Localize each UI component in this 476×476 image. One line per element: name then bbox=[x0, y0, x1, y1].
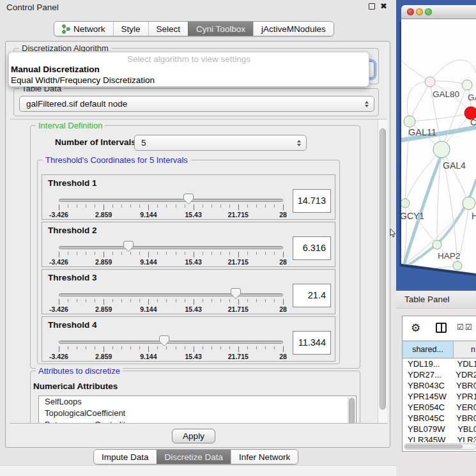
tab-select[interactable]: Select bbox=[148, 22, 188, 36]
slider-thumb[interactable] bbox=[159, 335, 169, 346]
cell-shared-name[interactable]: YBR045C bbox=[403, 413, 452, 423]
slider-tick-label: 21.715 bbox=[228, 305, 249, 313]
cell-name[interactable]: YDR2 bbox=[451, 370, 476, 380]
cell-name[interactable]: YBR0 bbox=[452, 413, 476, 423]
table-row[interactable]: YBR045CYBR0 bbox=[403, 413, 476, 424]
cell-name[interactable]: YBR0 bbox=[452, 381, 476, 390]
slider-tick-label: -3.426 bbox=[49, 211, 68, 219]
tab-infer-network[interactable]: Infer Network bbox=[231, 450, 298, 464]
tab-style[interactable]: Style bbox=[113, 22, 148, 36]
network-node[interactable] bbox=[463, 197, 475, 210]
network-node-label: HAP2 bbox=[438, 251, 460, 261]
apply-button[interactable]: Apply bbox=[172, 429, 215, 443]
network-node[interactable] bbox=[453, 261, 462, 270]
network-node[interactable] bbox=[425, 77, 435, 87]
horizontal-scrollbar[interactable] bbox=[404, 443, 476, 450]
float-window-icon[interactable] bbox=[369, 3, 375, 10]
slider-tick-label: 15.43 bbox=[185, 353, 201, 360]
zoom-traffic-light[interactable] bbox=[425, 8, 432, 15]
table-row[interactable]: YBR043CYBR0 bbox=[403, 380, 476, 391]
checkbox-icon[interactable]: ☑ bbox=[457, 323, 464, 332]
network-node[interactable] bbox=[433, 240, 441, 249]
slider-tick-label: 2.859 bbox=[95, 258, 112, 266]
network-node[interactable] bbox=[433, 141, 450, 158]
cell-name[interactable]: YDL1 bbox=[452, 359, 476, 369]
gear-icon[interactable]: ⚙ bbox=[411, 321, 420, 335]
column-header-name[interactable]: n bbox=[454, 341, 476, 358]
cell-shared-name[interactable]: YBL079W bbox=[403, 424, 453, 434]
threshold-value-field[interactable]: 21.4 bbox=[293, 284, 331, 307]
network-node[interactable] bbox=[404, 116, 415, 127]
slider-tick-label: 28 bbox=[279, 211, 287, 219]
slider-thumb[interactable] bbox=[231, 288, 241, 299]
slider-tick-label: 2.859 bbox=[95, 305, 112, 313]
network-node[interactable] bbox=[401, 199, 410, 208]
table-data-group: Table Data galFiltered.sif default node bbox=[13, 88, 379, 116]
dropdown-option-manual-discretization[interactable]: Manual Discretization bbox=[11, 65, 100, 74]
tab-discretize-data[interactable]: Discretize Data bbox=[157, 450, 231, 464]
close-icon[interactable]: ✖ bbox=[380, 3, 387, 10]
cell-name[interactable]: YBL0 bbox=[453, 424, 476, 434]
cell-shared-name[interactable]: YDL19... bbox=[403, 359, 452, 369]
checkbox-icon[interactable]: ☑ bbox=[465, 323, 472, 332]
tab-network[interactable]: Network bbox=[54, 22, 113, 36]
tab-cyni-toolbox[interactable]: Cyni Toolbox bbox=[188, 22, 253, 36]
number-of-intervals-combobox[interactable]: 5 bbox=[134, 135, 307, 151]
slider-major-ticks bbox=[59, 252, 284, 257]
slider-track[interactable] bbox=[59, 199, 283, 202]
close-traffic-light[interactable] bbox=[407, 8, 414, 15]
scrollbar-thumb[interactable] bbox=[405, 445, 463, 449]
slider-thumb[interactable] bbox=[123, 241, 134, 252]
table-row[interactable]: YPR145WYPR1 bbox=[403, 391, 476, 402]
network-canvas[interactable]: GAL80GACGAL11GAL4GCY1HHAP2 bbox=[401, 19, 476, 275]
tab-jactivemnodules[interactable]: jActiveMNodules bbox=[253, 22, 334, 36]
table-row[interactable]: YER054CYER0 bbox=[403, 402, 476, 413]
scrollbar-thumb[interactable] bbox=[380, 128, 386, 410]
cell-shared-name[interactable]: YPR145W bbox=[403, 392, 452, 401]
dropdown-option-equal-width-frequency[interactable]: Equal Width/Frequency Discretization bbox=[11, 75, 155, 85]
attribute-list-item[interactable]: SelfLoops bbox=[39, 396, 356, 408]
screen: Control Panel ✖ NetworkStyleSelectCyni T… bbox=[0, 0, 476, 476]
cell-shared-name[interactable]: YDR27... bbox=[403, 370, 451, 380]
column-header-shared-name[interactable]: shared... bbox=[403, 341, 454, 358]
cell-name[interactable]: YPR1 bbox=[452, 392, 476, 401]
cell-name[interactable]: YLR3 bbox=[452, 435, 476, 442]
slider-track[interactable] bbox=[59, 246, 283, 249]
table-row[interactable]: YBL079WYBL0 bbox=[403, 424, 476, 434]
tab-impute-data[interactable]: Impute Data bbox=[94, 450, 157, 464]
slider-track[interactable] bbox=[59, 341, 283, 344]
tab-label: Cyni Toolbox bbox=[196, 24, 245, 34]
network-node[interactable] bbox=[462, 80, 472, 90]
threshold-row-1: Threshold 1-3.4262.8599.14415.4321.71528… bbox=[42, 174, 335, 220]
dropdown-placeholder-option[interactable]: Select algorithm to view settings bbox=[9, 54, 369, 64]
tab-label: Network bbox=[73, 24, 105, 34]
table-row[interactable]: YDR27...YDR2 bbox=[403, 369, 476, 380]
threshold-value-field[interactable]: 6.316 bbox=[293, 236, 331, 260]
threshold-value-field[interactable]: 14.713 bbox=[293, 189, 331, 213]
table-container: ⚙ ☑ ☑ shared... n YDL19...YDL1YDR27...YD… bbox=[402, 316, 476, 452]
table-row[interactable]: YDL19...YDL1 bbox=[403, 358, 476, 369]
cell-name[interactable]: YER0 bbox=[452, 403, 476, 412]
cell-shared-name[interactable]: YLR345W bbox=[403, 435, 452, 442]
split-columns-icon[interactable] bbox=[436, 323, 447, 333]
vertical-scrollbar[interactable] bbox=[378, 119, 387, 423]
table-data-combobox[interactable]: galFiltered.sif default node bbox=[19, 96, 374, 112]
tab-label: Discretize Data bbox=[165, 452, 224, 462]
minimize-traffic-light[interactable] bbox=[416, 8, 423, 15]
attribute-list-item[interactable]: BetweennessCentrality bbox=[39, 419, 356, 424]
table-row[interactable]: YLR345WYLR3 bbox=[403, 434, 476, 442]
slider-tick-label: 15.43 bbox=[185, 211, 201, 219]
cell-shared-name[interactable]: YER054C bbox=[403, 403, 452, 412]
tab-label: Select bbox=[157, 24, 181, 34]
numerical-attributes-list[interactable]: SelfLoopsTopologicalCoefficientBetweenne… bbox=[38, 395, 357, 424]
slider-track[interactable] bbox=[59, 293, 283, 296]
attribute-list-item[interactable]: TopologicalCoefficient bbox=[39, 408, 356, 419]
threshold-value-field[interactable]: 11.344 bbox=[293, 331, 331, 355]
numerical-attributes-label: Numerical Attributes bbox=[33, 381, 118, 391]
cell-shared-name[interactable]: YBR043C bbox=[403, 381, 452, 390]
network-window-titlebar[interactable] bbox=[401, 5, 476, 19]
slider-thumb[interactable] bbox=[183, 194, 194, 204]
network-node-label: GAL11 bbox=[408, 127, 436, 137]
slider-tick-label: 2.859 bbox=[95, 211, 112, 219]
list-scrollbar[interactable] bbox=[348, 397, 355, 424]
